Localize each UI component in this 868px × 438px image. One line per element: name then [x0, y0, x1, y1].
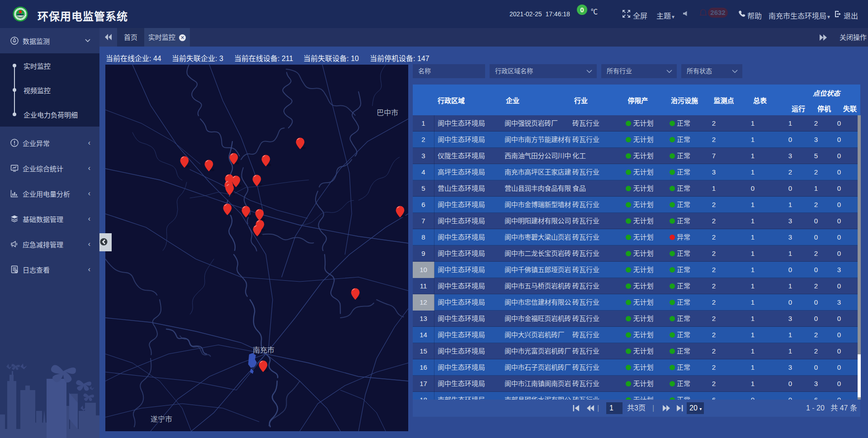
svg-text:遂宁市: 遂宁市	[151, 415, 172, 423]
svg-text:巴中市: 巴中市	[377, 109, 398, 117]
svg-text:南充市: 南充市	[253, 346, 274, 354]
